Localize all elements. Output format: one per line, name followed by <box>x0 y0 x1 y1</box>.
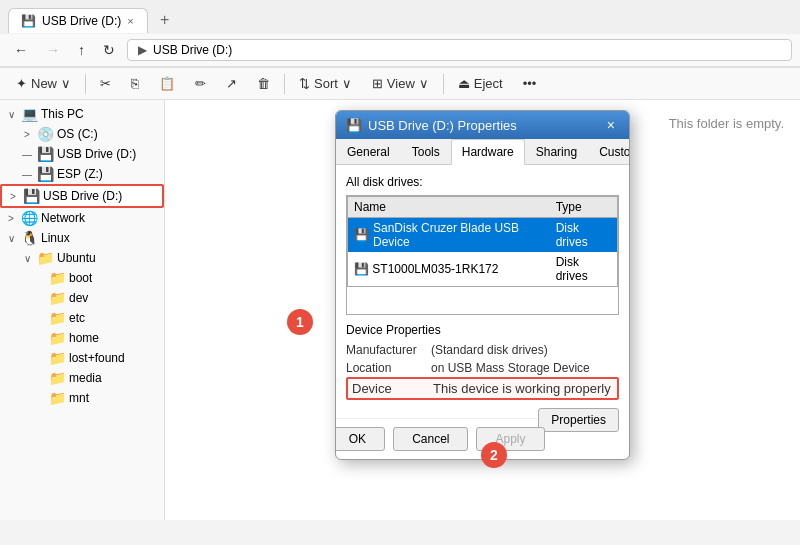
boot-folder-icon: 📁 <box>49 270 66 286</box>
sidebar-item-esp-z[interactable]: — 💾 ESP (Z:) <box>0 164 164 184</box>
dialog-action-buttons: OK Cancel Apply <box>336 418 538 459</box>
sidebar-item-usb-drive-selected[interactable]: > 💾 USB Drive (D:) <box>0 184 164 208</box>
expand-icon: ∨ <box>4 233 18 244</box>
usb-drive-icon: 💾 <box>37 146 54 162</box>
up-button[interactable]: ↑ <box>72 38 91 62</box>
share-icon: ↗ <box>226 76 237 91</box>
expand-icon: — <box>20 169 34 180</box>
sidebar-item-linux[interactable]: ∨ 🐧 Linux <box>0 228 164 248</box>
ok-button[interactable]: OK <box>335 427 385 451</box>
new-arrow-icon: ∨ <box>61 76 71 91</box>
sidebar-item-label: Ubuntu <box>57 251 96 265</box>
tab-hardware[interactable]: Hardware <box>451 139 525 165</box>
sidebar-item-media[interactable]: 📁 media <box>0 368 164 388</box>
refresh-button[interactable]: ↻ <box>97 38 121 62</box>
sort-button[interactable]: ⇅ Sort ∨ <box>291 72 360 95</box>
cut-button[interactable]: ✂ <box>92 72 119 95</box>
share-button[interactable]: ↗ <box>218 72 245 95</box>
cancel-button[interactable]: Cancel <box>393 427 468 451</box>
drive-row-st1000[interactable]: 💾 ST1000LM035-1RK172 Disk drives <box>348 252 618 287</box>
sidebar-item-network[interactable]: > 🌐 Network <box>0 208 164 228</box>
tab-close-button[interactable]: × <box>127 15 133 27</box>
eject-label: Eject <box>474 76 503 91</box>
sidebar-item-label: Network <box>41 211 85 225</box>
tab-usb-icon: 💾 <box>21 14 36 28</box>
etc-folder-icon: 📁 <box>49 310 66 326</box>
sidebar-item-mnt[interactable]: 📁 mnt <box>0 388 164 408</box>
sidebar-item-label: OS (C:) <box>57 127 98 141</box>
more-button[interactable]: ••• <box>515 72 545 95</box>
paste-icon: 📋 <box>159 76 175 91</box>
new-label: New <box>31 76 57 91</box>
sidebar-item-label: Linux <box>41 231 70 245</box>
toolbar-separator-3 <box>443 74 444 94</box>
drive-icon-sandisk: 💾 <box>354 228 369 242</box>
drive-icon-st1000: 💾 <box>354 262 369 276</box>
drives-table: Name Type 💾 SanDisk Cruzer Blade USB Dev… <box>347 196 618 287</box>
rename-button[interactable]: ✏ <box>187 72 214 95</box>
sidebar-item-label: etc <box>69 311 85 325</box>
expand-icon: ∨ <box>4 109 18 120</box>
linux-icon: 🐧 <box>21 230 38 246</box>
sidebar-item-boot[interactable]: 📁 boot <box>0 268 164 288</box>
tab-general[interactable]: General <box>336 139 401 165</box>
sidebar-item-etc[interactable]: 📁 etc <box>0 308 164 328</box>
dialog-tabs: General Tools Hardware Sharing Customize <box>336 139 629 165</box>
sidebar-item-label: lost+found <box>69 351 125 365</box>
sidebar-item-label: USB Drive (D:) <box>57 147 136 161</box>
eject-button[interactable]: ⏏ Eject <box>450 72 511 95</box>
browser-chrome: 💾 USB Drive (D:) × + ← → ↑ ↻ ▶ USB Drive… <box>0 0 800 68</box>
dialog-title-icon: 💾 <box>346 118 362 133</box>
sidebar-item-usb-under-pc[interactable]: — 💾 USB Drive (D:) <box>0 144 164 164</box>
expand-icon: > <box>20 129 34 140</box>
expand-icon: ∨ <box>20 253 34 264</box>
paste-button[interactable]: 📋 <box>151 72 183 95</box>
active-tab[interactable]: 💾 USB Drive (D:) × <box>8 8 148 33</box>
dialog-close-button[interactable]: × <box>603 117 619 133</box>
dialog-content: All disk drives: Name Type <box>336 165 629 418</box>
drive-type-sandisk: Disk drives <box>550 218 618 253</box>
drive-type-st1000: Disk drives <box>550 252 618 287</box>
drive-name-st1000: 💾 ST1000LM035-1RK172 <box>348 252 550 287</box>
sort-arrow-icon: ∨ <box>342 76 352 91</box>
device-status-row: Device This device is working properly <box>346 377 619 400</box>
sort-label: Sort <box>314 76 338 91</box>
sidebar-item-dev[interactable]: 📁 dev <box>0 288 164 308</box>
address-bar-chevron: ▶ <box>138 43 147 57</box>
usb-main-icon: 💾 <box>23 188 40 204</box>
device-properties: Device Properties Manufacturer (Standard… <box>346 323 619 400</box>
view-button[interactable]: ⊞ View ∨ <box>364 72 437 95</box>
sidebar-item-home[interactable]: 📁 home <box>0 328 164 348</box>
new-button[interactable]: ✦ New ∨ <box>8 72 79 95</box>
prop-location: Location on USB Mass Storage Device <box>346 359 619 377</box>
prop-manufacturer-label: Manufacturer <box>346 343 431 357</box>
drive-row-sandisk[interactable]: 💾 SanDisk Cruzer Blade USB Device Disk d… <box>348 218 618 253</box>
sidebar-item-os-c[interactable]: > 💿 OS (C:) <box>0 124 164 144</box>
properties-button[interactable]: Properties <box>538 408 619 432</box>
delete-icon: 🗑 <box>257 76 270 91</box>
sidebar-item-ubuntu[interactable]: ∨ 📁 Ubuntu <box>0 248 164 268</box>
back-button[interactable]: ← <box>8 38 34 62</box>
eject-icon: ⏏ <box>458 76 470 91</box>
copy-button[interactable]: ⎘ <box>123 72 147 95</box>
sidebar-item-lost-found[interactable]: 📁 lost+found <box>0 348 164 368</box>
sidebar-item-this-pc[interactable]: ∨ 💻 This PC <box>0 104 164 124</box>
col-name-header: Name <box>348 197 550 218</box>
delete-button[interactable]: 🗑 <box>249 72 278 95</box>
address-bar-text: USB Drive (D:) <box>153 43 232 57</box>
forward-button[interactable]: → <box>40 38 66 62</box>
device-props-title: Device Properties <box>346 323 619 337</box>
address-bar[interactable]: ▶ USB Drive (D:) <box>127 39 792 61</box>
new-tab-button[interactable]: + <box>152 6 177 34</box>
device-value: This device is working properly <box>433 381 611 396</box>
tab-customize[interactable]: Customize <box>588 139 630 165</box>
view-arrow-icon: ∨ <box>419 76 429 91</box>
col-type-header: Type <box>550 197 618 218</box>
tab-tools[interactable]: Tools <box>401 139 451 165</box>
prop-manufacturer: Manufacturer (Standard disk drives) <box>346 341 619 359</box>
sort-arrows-icon: ⇅ <box>299 76 310 91</box>
this-pc-icon: 💻 <box>21 106 38 122</box>
tab-sharing[interactable]: Sharing <box>525 139 588 165</box>
expand-icon: > <box>6 191 20 202</box>
lostfound-folder-icon: 📁 <box>49 350 66 366</box>
